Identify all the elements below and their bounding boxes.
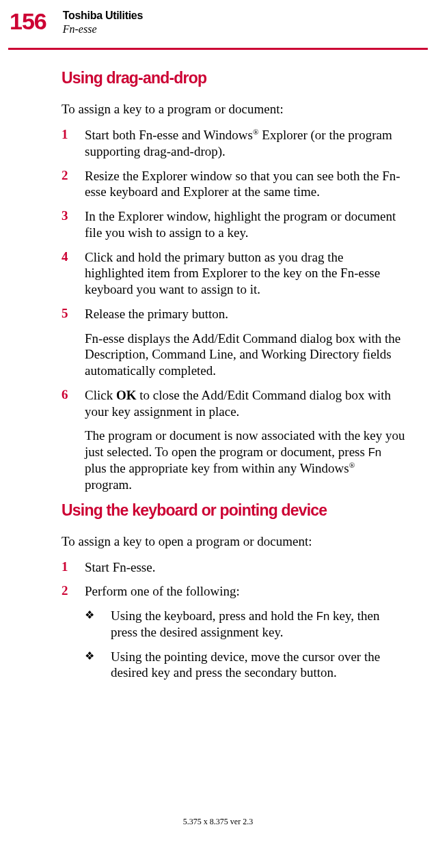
step-6-followup: The program or document is now associate… [85, 428, 405, 492]
bullet-text: Using the keyboard, press and hold the F… [111, 608, 405, 641]
step-text: Click OK to close the Add/Edit Command d… [85, 387, 405, 420]
step-number: 6 [62, 387, 85, 420]
section1-intro: To assign a key to a program or document… [62, 101, 405, 117]
section2-intro: To assign a key to open a program or doc… [62, 533, 405, 550]
step-4: 4 Click and hold the primary button as y… [62, 249, 405, 298]
step-5: 5 Release the primary button. [62, 306, 405, 322]
step-text: Start both Fn-esse and Windows® Explorer… [85, 127, 405, 160]
text-part: Using the keyboard, press and hold the [111, 608, 316, 623]
bullet-keyboard: ❖ Using the keyboard, press and hold the… [85, 608, 405, 641]
fn-key-label: Fn [368, 446, 382, 459]
step-number: 5 [62, 306, 85, 322]
step-5-followup: Fn-esse displays the Add/Edit Command di… [85, 331, 405, 379]
step-text: Resize the Explorer window so that you c… [85, 168, 405, 201]
step-number: 2 [62, 583, 85, 600]
section-heading-keyboard-pointer: Using the keyboard or pointing device [62, 501, 405, 520]
section-heading-drag-drop: Using drag-and-drop [62, 69, 405, 87]
text-part: plus the appropriate key from within any… [85, 461, 349, 475]
main-content: Using drag-and-drop To assign a key to a… [0, 50, 436, 681]
step-text: In the Explorer window, highlight the pr… [85, 208, 405, 241]
step-number: 4 [62, 249, 85, 298]
text-part: Click [85, 388, 116, 402]
step-text: Release the primary button. [85, 306, 405, 322]
step-3: 3 In the Explorer window, highlight the … [62, 208, 405, 241]
step-number: 1 [62, 559, 85, 576]
chapter-title: Toshiba Utilities [63, 10, 143, 22]
registered-mark: ® [253, 128, 259, 136]
text-part: The program or document is now associate… [85, 428, 405, 459]
text-part: Start both Fn-esse and Windows [85, 128, 253, 142]
step-text: Click and hold the primary button as you… [85, 249, 405, 298]
bullet-text: Using the pointing device, move the curs… [111, 649, 405, 682]
step2-2: 2 Perform one of the following: [62, 583, 405, 600]
step-number: 1 [62, 127, 85, 160]
bullet-pointer: ❖ Using the pointing device, move the cu… [85, 649, 405, 682]
diamond-bullet-icon: ❖ [85, 649, 111, 682]
footer-text: 5.375 x 8.375 ver 2.3 [0, 817, 436, 827]
fn-key-label: Fn [316, 610, 330, 623]
step-number: 2 [62, 168, 85, 201]
step-text: Start Fn-esse. [85, 559, 405, 576]
ok-bold: OK [116, 388, 137, 402]
page-header: 156 Toshiba Utilities Fn-esse [0, 0, 436, 48]
subsection-title: Fn-esse [63, 23, 143, 36]
header-text-block: Toshiba Utilities Fn-esse [63, 8, 143, 36]
text-part: program. [85, 477, 132, 492]
registered-mark: ® [349, 461, 355, 469]
step-1: 1 Start both Fn-esse and Windows® Explor… [62, 127, 405, 160]
step-6: 6 Click OK to close the Add/Edit Command… [62, 387, 405, 420]
diamond-bullet-icon: ❖ [85, 608, 111, 641]
page-number: 156 [10, 8, 46, 35]
step-text: Perform one of the following: [85, 583, 405, 600]
step-number: 3 [62, 208, 85, 241]
step2-1: 1 Start Fn-esse. [62, 559, 405, 576]
step-2: 2 Resize the Explorer window so that you… [62, 168, 405, 201]
